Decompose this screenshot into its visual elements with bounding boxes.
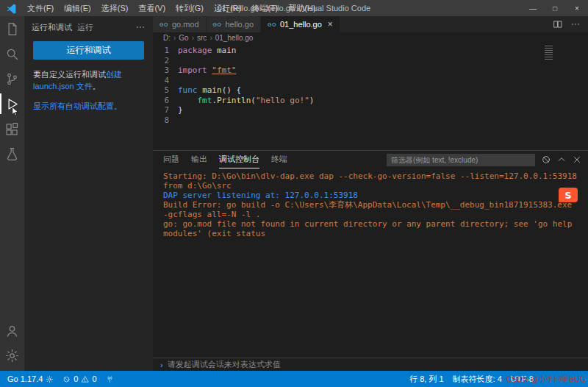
debug-console[interactable]: Starting: D:\Go\bin\dlv-dap.exe dap --ch…: [153, 168, 588, 358]
activity-extensions[interactable]: [0, 116, 24, 141]
panel-header: 问题输出调试控制台终端: [153, 151, 588, 168]
tab-label: hello.go: [225, 20, 254, 29]
show-auto-debug-configs-link[interactable]: 显示所有自动调试配置。: [33, 102, 122, 110]
status-problems[interactable]: 00: [58, 371, 101, 387]
panel-actions: [541, 155, 582, 165]
code-line: 4: [153, 76, 588, 86]
line-number: 1: [153, 46, 178, 56]
activity-testing[interactable]: [0, 141, 24, 166]
sidebar-header: 运行和调试 运行: [24, 16, 153, 38]
activity-bar: [0, 16, 24, 371]
run-debug-sidebar: 运行和调试 运行 运行和调试 要自定义运行和调试创建 launch.json 文…: [24, 16, 153, 371]
mouse-cursor-icon: [10, 106, 21, 117]
maximize-button[interactable]: □: [544, 0, 566, 16]
code-text: import "fmt": [178, 65, 236, 76]
console-filter-input[interactable]: [387, 154, 535, 166]
panel-tabs: 问题输出调试控制台终端: [163, 151, 299, 168]
minimize-button[interactable]: —: [522, 0, 544, 16]
sidebar-more-actions-icon[interactable]: [135, 22, 146, 32]
activity-bar-bottom: [0, 318, 24, 368]
status-left: Go 1.17.400: [3, 371, 118, 387]
code-line: 5func main() {: [153, 85, 588, 96]
panel-tab-输出[interactable]: 输出: [191, 151, 207, 168]
more-actions-icon[interactable]: [570, 19, 581, 29]
activity-source-control[interactable]: [0, 66, 24, 91]
code-line: 7}: [153, 105, 588, 116]
tab-label: 01_hello.go: [280, 20, 322, 29]
breadcrumb-item[interactable]: Go: [179, 34, 188, 42]
menu-item[interactable]: 转到(G): [171, 0, 209, 16]
breadcrumb: D:›Go›src›01_hello.go: [153, 32, 588, 43]
tab-bar-tabs: GOgo.modGOhello.goGO01_hello.go×: [153, 16, 340, 32]
warning-icon: [81, 375, 89, 383]
testing-icon: [4, 146, 20, 162]
chevron-right-icon: ›: [160, 361, 163, 369]
window-title: 01_hello.go - hello.go - Visual Studio C…: [218, 4, 370, 13]
activity-settings[interactable]: [0, 343, 24, 368]
repl-placeholder: 请发起调试会话来对表达式求值: [168, 359, 281, 370]
line-number: 7: [153, 105, 178, 116]
line-number: 8: [153, 116, 178, 126]
close-button[interactable]: ×: [566, 0, 588, 16]
console-line: DAP server listening at: 127.0.0.1:53918: [163, 191, 578, 200]
panel-close-icon[interactable]: [572, 155, 582, 165]
window-controls: —□×: [522, 0, 588, 16]
clear-console-icon[interactable]: [541, 155, 551, 165]
tab-01_hello.go[interactable]: GO01_hello.go×: [261, 16, 340, 32]
main-area: 运行和调试 运行 运行和调试 要自定义运行和调试创建 launch.json 文…: [0, 16, 588, 371]
code-editor[interactable]: 1package main23import "fmt"45func main()…: [153, 43, 588, 150]
breadcrumb-item[interactable]: D:: [163, 34, 171, 42]
editor-actions: [553, 16, 588, 32]
debug-repl-input[interactable]: › 请发起调试会话来对表达式求值: [153, 358, 588, 371]
minimap[interactable]: [545, 46, 553, 61]
status-encoding[interactable]: UTF-8: [506, 371, 538, 387]
breadcrumb-separator: ›: [173, 34, 176, 42]
line-number: 3: [153, 65, 178, 76]
breadcrumb-separator: ›: [192, 34, 194, 42]
code-line: 8: [153, 116, 588, 126]
menu-item[interactable]: 文件(F): [22, 0, 59, 16]
breadcrumb-separator: ›: [209, 34, 212, 42]
explorer-icon: [4, 21, 20, 37]
go-file-icon: GO: [159, 22, 168, 27]
status-go-version[interactable]: Go 1.17.4: [3, 371, 58, 387]
split-editor-icon[interactable]: [553, 19, 563, 29]
breadcrumb-item[interactable]: src: [197, 34, 207, 42]
panel-maximize-icon[interactable]: [556, 155, 567, 165]
title-bar: 文件(F)编辑(E)选择(S)查看(V)转到(G)运行(R)终端(T)帮助(H)…: [0, 0, 588, 16]
error-icon: [62, 375, 71, 383]
search-icon: [4, 46, 20, 62]
sidebar-title: 运行和调试: [32, 22, 72, 33]
code-line: 2: [153, 56, 588, 66]
menu-item[interactable]: 编辑(E): [59, 0, 96, 16]
editor-area: GOgo.modGOhello.goGO01_hello.go× D:›Go›s…: [153, 16, 588, 371]
auto-debug-config-row: 显示所有自动调试配置。: [24, 93, 153, 112]
activity-search[interactable]: [0, 41, 24, 66]
code-text: }: [178, 105, 183, 116]
tab-close-icon[interactable]: ×: [328, 19, 333, 29]
menu-item[interactable]: 选择(S): [96, 0, 134, 16]
run-and-debug-button[interactable]: 运行和调试: [33, 41, 144, 60]
line-number: 6: [153, 96, 178, 106]
console-line: go: go.mod file not found in current dir…: [163, 219, 578, 238]
line-number: 5: [153, 85, 178, 96]
panel-tab-调试控制台[interactable]: 调试控制台: [219, 151, 259, 168]
code-line: 1package main: [153, 46, 588, 56]
panel-tab-问题[interactable]: 问题: [163, 151, 179, 168]
activity-explorer[interactable]: [0, 16, 24, 41]
tab-hello.go[interactable]: GOhello.go: [207, 16, 261, 32]
source-control-icon: [4, 71, 20, 87]
tab-go.mod[interactable]: GOgo.mod: [153, 16, 207, 32]
status-go-tools[interactable]: [101, 371, 118, 387]
code-line: 6 fmt.Println("hello go!"): [153, 96, 588, 106]
sidebar-section-label: 运行: [77, 22, 93, 33]
hint-suffix: 。: [93, 82, 101, 90]
panel-tab-终端[interactable]: 终端: [271, 151, 287, 168]
settings-gear-icon: [4, 348, 20, 363]
menu-item[interactable]: 查看(V): [133, 0, 171, 16]
breadcrumb-item[interactable]: 01_hello.go: [215, 34, 254, 42]
tab-bar: GOgo.modGOhello.goGO01_hello.go×: [153, 16, 588, 32]
activity-account[interactable]: [0, 318, 24, 343]
status-cursor-position[interactable]: 行 8, 列 1: [405, 371, 448, 387]
status-indentation[interactable]: 制表符长度: 4: [448, 371, 506, 387]
